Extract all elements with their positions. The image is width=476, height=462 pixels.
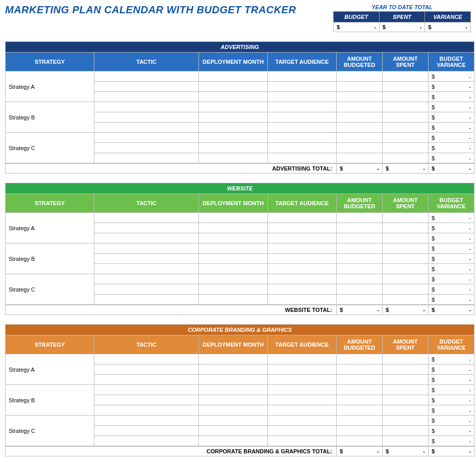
data-cell[interactable]	[199, 133, 268, 143]
data-cell[interactable]	[94, 213, 199, 223]
data-cell[interactable]	[268, 364, 337, 375]
data-cell[interactable]	[383, 264, 429, 274]
data-cell[interactable]	[94, 71, 199, 82]
variance-cell[interactable]: $-	[429, 354, 474, 364]
data-cell[interactable]	[199, 295, 268, 305]
data-cell[interactable]	[268, 436, 337, 446]
data-cell[interactable]	[337, 143, 383, 153]
data-cell[interactable]	[199, 233, 268, 244]
data-cell[interactable]	[268, 123, 337, 133]
data-cell[interactable]	[94, 295, 199, 305]
data-cell[interactable]	[383, 233, 429, 244]
data-cell[interactable]	[337, 364, 383, 375]
data-cell[interactable]	[94, 102, 199, 112]
data-cell[interactable]	[199, 112, 268, 123]
variance-cell[interactable]: $-	[429, 395, 474, 405]
data-cell[interactable]	[337, 436, 383, 446]
data-cell[interactable]	[383, 153, 429, 163]
strategy-cell[interactable]: Strategy C	[6, 416, 94, 446]
data-cell[interactable]	[268, 416, 337, 426]
data-cell[interactable]	[337, 395, 383, 405]
data-cell[interactable]	[383, 416, 429, 426]
data-cell[interactable]	[94, 233, 199, 244]
data-cell[interactable]	[337, 264, 383, 274]
data-cell[interactable]	[94, 385, 199, 395]
variance-cell[interactable]: $-	[429, 143, 474, 153]
data-cell[interactable]	[383, 213, 429, 223]
data-cell[interactable]	[383, 71, 429, 82]
data-cell[interactable]	[94, 405, 199, 416]
data-cell[interactable]	[383, 426, 429, 436]
data-cell[interactable]	[94, 123, 199, 133]
variance-cell[interactable]: $-	[429, 112, 474, 123]
data-cell[interactable]	[268, 92, 337, 102]
data-cell[interactable]	[383, 405, 429, 416]
data-cell[interactable]	[199, 264, 268, 274]
data-cell[interactable]	[268, 295, 337, 305]
data-cell[interactable]	[268, 112, 337, 123]
data-cell[interactable]	[94, 375, 199, 385]
strategy-cell[interactable]: Strategy B	[6, 385, 94, 416]
variance-cell[interactable]: $-	[429, 274, 474, 284]
data-cell[interactable]	[199, 213, 268, 223]
data-cell[interactable]	[383, 244, 429, 254]
data-cell[interactable]	[94, 436, 199, 446]
variance-cell[interactable]: $-	[429, 133, 474, 143]
data-cell[interactable]	[337, 254, 383, 264]
data-cell[interactable]	[94, 82, 199, 92]
variance-cell[interactable]: $-	[429, 375, 474, 385]
strategy-cell[interactable]: Strategy C	[6, 274, 94, 305]
data-cell[interactable]	[94, 395, 199, 405]
data-cell[interactable]	[268, 213, 337, 223]
data-cell[interactable]	[268, 274, 337, 284]
data-cell[interactable]	[337, 223, 383, 233]
variance-cell[interactable]: $-	[429, 244, 474, 254]
data-cell[interactable]	[199, 153, 268, 163]
strategy-cell[interactable]: Strategy A	[6, 213, 94, 244]
data-cell[interactable]	[199, 364, 268, 375]
data-cell[interactable]	[268, 233, 337, 244]
data-cell[interactable]	[337, 354, 383, 364]
data-cell[interactable]	[383, 375, 429, 385]
data-cell[interactable]	[199, 395, 268, 405]
data-cell[interactable]	[337, 244, 383, 254]
data-cell[interactable]	[268, 71, 337, 82]
data-cell[interactable]	[268, 254, 337, 264]
data-cell[interactable]	[199, 123, 268, 133]
data-cell[interactable]	[199, 71, 268, 82]
data-cell[interactable]	[383, 133, 429, 143]
data-cell[interactable]	[94, 112, 199, 123]
data-cell[interactable]	[383, 274, 429, 284]
data-cell[interactable]	[199, 426, 268, 436]
data-cell[interactable]	[199, 416, 268, 426]
data-cell[interactable]	[268, 133, 337, 143]
data-cell[interactable]	[94, 284, 199, 295]
strategy-cell[interactable]: Strategy C	[6, 133, 94, 163]
data-cell[interactable]	[383, 385, 429, 395]
data-cell[interactable]	[383, 364, 429, 375]
data-cell[interactable]	[268, 426, 337, 436]
data-cell[interactable]	[94, 416, 199, 426]
variance-cell[interactable]: $-	[429, 364, 474, 375]
variance-cell[interactable]: $-	[429, 295, 474, 305]
data-cell[interactable]	[337, 92, 383, 102]
data-cell[interactable]	[199, 82, 268, 92]
data-cell[interactable]	[337, 102, 383, 112]
data-cell[interactable]	[199, 254, 268, 264]
variance-cell[interactable]: $-	[429, 264, 474, 274]
data-cell[interactable]	[199, 284, 268, 295]
variance-cell[interactable]: $-	[429, 416, 474, 426]
ytd-budget-cell[interactable]: $-	[334, 22, 380, 32]
data-cell[interactable]	[337, 426, 383, 436]
data-cell[interactable]	[199, 385, 268, 395]
data-cell[interactable]	[383, 143, 429, 153]
data-cell[interactable]	[94, 244, 199, 254]
data-cell[interactable]	[199, 354, 268, 364]
ytd-spent-cell[interactable]: $-	[379, 22, 425, 32]
data-cell[interactable]	[383, 354, 429, 364]
data-cell[interactable]	[383, 436, 429, 446]
variance-cell[interactable]: $-	[429, 213, 474, 223]
data-cell[interactable]	[94, 274, 199, 284]
ytd-variance-cell[interactable]: $-	[425, 22, 471, 32]
variance-cell[interactable]: $-	[429, 71, 474, 82]
